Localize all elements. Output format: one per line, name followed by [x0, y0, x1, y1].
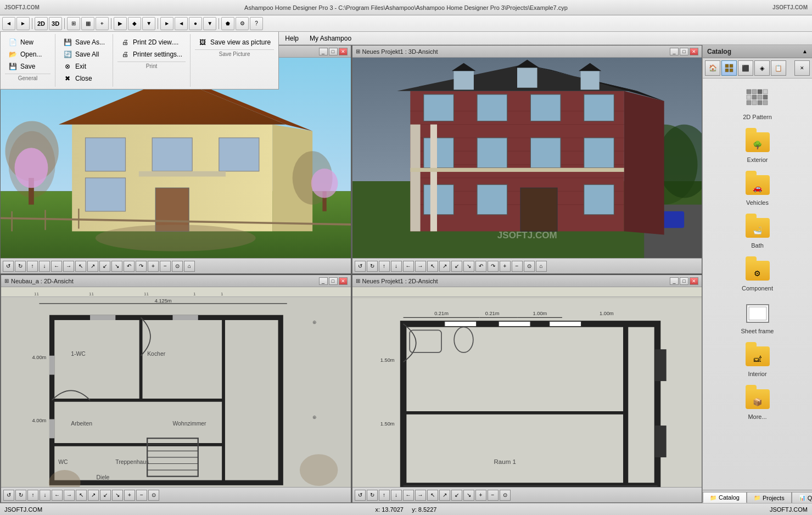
nav-tr-tr[interactable]: ↗ — [439, 261, 450, 272]
menu-my-ashampoo[interactable]: My Ashampoo — [304, 32, 357, 45]
toolbar-grid-btn[interactable]: ⊞ — [67, 17, 80, 30]
nav-bl-bl[interactable]: ↙ — [100, 490, 111, 501]
nav-bl[interactable]: ↙ — [99, 261, 110, 272]
menu-help[interactable]: Help — [279, 32, 304, 45]
menu-item-save-view[interactable]: 🖼 Save view as picture — [195, 36, 274, 48]
nav-tr[interactable]: ↗ — [87, 261, 98, 272]
nav-tr-left[interactable]: ← — [403, 261, 414, 272]
nav-tr-redo[interactable]: ↻ — [367, 261, 378, 272]
nav-home[interactable]: ⌂ — [184, 261, 195, 272]
nav-tr-down[interactable]: ↓ — [391, 261, 402, 272]
nav-br-tr[interactable]: ↗ — [439, 490, 450, 501]
help-icon[interactable]: ? — [250, 17, 263, 30]
catalog-close-btn[interactable]: ✕ — [794, 60, 810, 76]
view-br-minimize[interactable]: _ — [670, 277, 679, 285]
view-top-right-minimize[interactable]: _ — [670, 48, 679, 55]
nav-tl[interactable]: ↖ — [75, 261, 86, 272]
view-top-left-minimize[interactable]: _ — [319, 48, 328, 55]
nav-bl-zoom-in[interactable]: + — [124, 490, 135, 501]
nav-bl-tr[interactable]: ↗ — [88, 490, 99, 501]
view-top-right-close[interactable]: ✕ — [690, 48, 698, 55]
tab-catalog[interactable]: 📁 Catalog — [703, 492, 747, 503]
view-br-close[interactable]: ✕ — [690, 277, 698, 285]
catalog-item-vehicles[interactable]: 🚗 Vehicles — [707, 169, 808, 209]
catalog-icon-house[interactable]: 🏠 — [705, 60, 720, 76]
tab-projects[interactable]: 📁 Projects — [747, 492, 792, 503]
toolbar-down-btn[interactable]: ▼ — [142, 17, 155, 30]
catalog-icon-2[interactable]: ⬛ — [738, 60, 753, 76]
nav-bl-left[interactable]: ← — [52, 490, 63, 501]
nav-tr-home[interactable]: ⌂ — [536, 261, 547, 272]
catalog-icon-active[interactable] — [721, 60, 737, 76]
nav-bl-reset[interactable]: ⊙ — [148, 490, 159, 501]
catalog-item-more[interactable]: 📦 More... — [707, 383, 808, 423]
nav-rotate-r[interactable]: ↷ — [136, 261, 147, 272]
nav-br-up[interactable]: ↑ — [379, 490, 390, 501]
nav-tr-undo[interactable]: ↺ — [355, 261, 366, 272]
nav-br-br[interactable]: ↘ — [463, 490, 474, 501]
catalog-item-interior[interactable]: 🛋 Interior — [707, 340, 808, 380]
nav-tr-right[interactable]: → — [415, 261, 426, 272]
toolbar-extra-btn[interactable]: ⬟ — [221, 17, 234, 30]
menu-item-close[interactable]: ✖ Close — [60, 72, 108, 85]
nav-bl-down[interactable]: ↓ — [40, 490, 51, 501]
nav-br-reset[interactable]: ⊙ — [500, 490, 511, 501]
nav-rotate-l[interactable]: ↶ — [124, 261, 135, 272]
nav-redo[interactable]: ↻ — [15, 261, 26, 272]
nav-br-zoom-in[interactable]: + — [475, 490, 486, 501]
nav-bl-br[interactable]: ↘ — [112, 490, 123, 501]
catalog-icon-4[interactable]: 📋 — [771, 60, 786, 76]
toolbar-select-btn[interactable]: ▦ — [81, 17, 94, 30]
toolbar-3d-btn[interactable]: 3D — [49, 17, 62, 30]
nav-down-arr[interactable]: ↓ — [39, 261, 50, 272]
view-top-right-maximize[interactable]: □ — [680, 48, 688, 55]
catalog-scroll-area[interactable]: 2D Pattern 🌳 Exterior — [703, 79, 812, 490]
menu-item-print-2d[interactable]: 🖨 Print 2D view.... — [117, 36, 186, 48]
nav-br-right[interactable]: → — [415, 490, 426, 501]
nav-tr-reset[interactable]: ⊙ — [524, 261, 535, 272]
nav-zoom-out[interactable]: − — [160, 261, 171, 272]
nav-br-zoom-out[interactable]: − — [488, 490, 499, 501]
nav-br-undo[interactable]: ↺ — [355, 490, 366, 501]
nav-br-bl[interactable]: ↙ — [451, 490, 462, 501]
menu-item-save[interactable]: 💾 Save — [5, 60, 51, 72]
nav-reset[interactable]: ⊙ — [172, 261, 183, 272]
nav-br-down[interactable]: ↓ — [391, 490, 402, 501]
view-top-left-close[interactable]: ✕ — [339, 48, 348, 55]
view-bl-minimize[interactable]: _ — [319, 277, 328, 285]
menu-item-save-all[interactable]: 🔄 Save All — [60, 48, 108, 60]
menu-item-open[interactable]: 📂 Open... — [5, 48, 51, 60]
catalog-item-sheet-frame[interactable]: Sheet frame — [707, 297, 808, 338]
nav-bl-undo[interactable]: ↺ — [3, 490, 14, 501]
toolbar-diamond-btn[interactable]: ◆ — [128, 17, 141, 30]
nav-zoom-in[interactable]: + — [148, 261, 159, 272]
nav-br-tl[interactable]: ↖ — [427, 490, 438, 501]
toolbar-left-arr[interactable]: ◄ — [175, 17, 188, 30]
toolbar-settings-btn[interactable]: ⚙ — [236, 17, 249, 30]
toolbar-drop-btn[interactable]: ▼ — [203, 17, 216, 30]
nav-tr-rotate-r[interactable]: ↷ — [488, 261, 499, 272]
catalog-item-bath[interactable]: 🛁 Bath — [707, 211, 808, 252]
nav-br-left[interactable]: ← — [403, 490, 414, 501]
view-br-maximize[interactable]: □ — [680, 277, 688, 285]
menu-item-new[interactable]: 📄 New — [5, 36, 51, 48]
menu-item-exit[interactable]: ⊗ Exit — [60, 60, 108, 72]
nav-bl-up[interactable]: ↑ — [27, 490, 38, 501]
toolbar-right-arr[interactable]: ► — [160, 17, 173, 30]
toolbar-dot-btn[interactable]: ● — [189, 17, 202, 30]
toolbar-icon-back[interactable]: ◄ — [2, 17, 15, 30]
nav-br-redo[interactable]: ↻ — [367, 490, 378, 501]
catalog-icon-3[interactable]: ◈ — [754, 60, 770, 76]
toolbar-icon-forward[interactable]: ► — [16, 17, 30, 30]
catalog-scroll-up-btn[interactable]: ▲ — [802, 48, 808, 54]
catalog-item-2d-pattern[interactable]: 2D Pattern — [707, 83, 808, 124]
nav-tr-br[interactable]: ↘ — [463, 261, 474, 272]
nav-tr-tl[interactable]: ↖ — [427, 261, 438, 272]
toolbar-play-btn[interactable]: ▶ — [114, 17, 127, 30]
nav-bl-redo[interactable]: ↻ — [15, 490, 26, 501]
tab-quantities[interactable]: 📊 Quantities — [792, 492, 812, 503]
nav-undo[interactable]: ↺ — [3, 261, 14, 272]
catalog-item-exterior[interactable]: 🌳 Exterior — [707, 126, 808, 166]
nav-br[interactable]: ↘ — [111, 261, 122, 272]
nav-bl-right[interactable]: → — [64, 490, 75, 501]
